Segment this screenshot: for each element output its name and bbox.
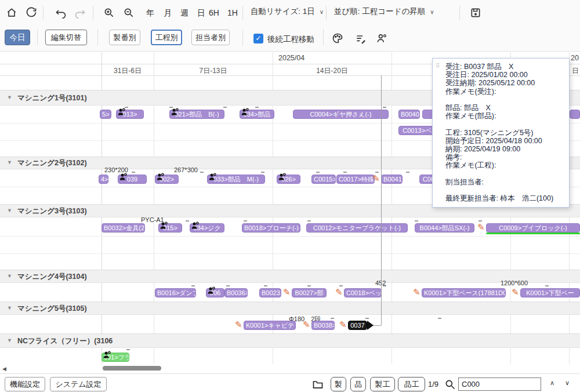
toolbar-separator bbox=[37, 29, 38, 45]
redo-icon[interactable] bbox=[74, 8, 86, 19]
collapse-triangle-icon[interactable]: ▼ bbox=[7, 273, 12, 279]
edit-pencil-icon[interactable]: ✎ bbox=[413, 287, 420, 297]
filter-button-2[interactable]: 品 bbox=[350, 377, 366, 391]
task-bar[interactable]: C0018>ベッ bbox=[344, 288, 382, 297]
tooltip-line: 作業メモ(工程): bbox=[445, 161, 564, 169]
task-bar[interactable]: 0037 bbox=[348, 321, 367, 330]
collapse-triangle-icon[interactable]: ▼ bbox=[7, 305, 12, 311]
task-bar[interactable] bbox=[570, 110, 580, 119]
edit-pencil-icon[interactable]: ✎ bbox=[372, 173, 380, 184]
task-bar[interactable]: 013> bbox=[116, 110, 144, 119]
refresh-icon[interactable] bbox=[26, 7, 37, 19]
task-bar[interactable]: 021>部品 B(-) bbox=[169, 110, 224, 119]
resource-group-header[interactable]: ▼マシニング5号(3105) bbox=[0, 302, 580, 315]
resource-group-header[interactable]: ▼マシニング4号(3104) bbox=[0, 270, 580, 283]
tooltip-line bbox=[445, 96, 564, 104]
task-bar[interactable]: K0001>下型ベース(17881D02 bbox=[422, 288, 506, 297]
edit-toggle-button[interactable]: 編集切替 bbox=[45, 30, 87, 45]
collapse-triangle-icon[interactable]: ▼ bbox=[7, 208, 12, 213]
collapse-triangle-icon[interactable]: ▼ bbox=[7, 337, 12, 343]
search-prev-icon[interactable]: ∧ bbox=[550, 379, 554, 387]
view-mode-button-2[interactable]: 工程別 bbox=[151, 30, 182, 45]
time-scale-button-年[interactable]: 年 bbox=[143, 7, 158, 19]
search-input[interactable] bbox=[458, 378, 541, 391]
today-button[interactable]: 今日 bbox=[5, 30, 30, 45]
scrollbar-thumb[interactable] bbox=[103, 366, 161, 371]
task-bar[interactable]: C0004>ギヤ押さえ(-) bbox=[293, 110, 389, 119]
task-bar-label: B0032>金具(2 bbox=[104, 224, 144, 231]
task-bar[interactable]: 015> bbox=[158, 223, 182, 233]
task-bar[interactable]: C0012>モニターブラケット(-) bbox=[306, 223, 408, 233]
time-scale-button-6H[interactable]: 6H bbox=[206, 7, 222, 19]
task-bar[interactable]: B0018>ブローチ(-) bbox=[242, 223, 300, 233]
task-bar[interactable]: 002> bbox=[155, 175, 179, 184]
task-bar[interactable]: B0038> bbox=[311, 321, 335, 330]
resource-group-header[interactable]: ▼NCフライス（フリー）(3106 bbox=[0, 333, 580, 348]
edit-pencil-icon[interactable]: ✎ bbox=[283, 287, 291, 297]
task-bar[interactable]: B0032>金具(2 bbox=[102, 223, 145, 233]
search-icon[interactable] bbox=[444, 379, 456, 390]
task-bar-label: B0041> bbox=[383, 176, 403, 183]
time-scale-button-週[interactable]: 週 bbox=[177, 7, 192, 19]
system-settings-button[interactable]: システム設定 bbox=[50, 377, 107, 391]
function-settings-button[interactable]: 機能設定 bbox=[5, 377, 45, 391]
zoom-in-icon[interactable] bbox=[103, 7, 115, 19]
task-bar[interactable]: 4> bbox=[99, 175, 108, 184]
task-bar[interactable]: C0015> bbox=[311, 175, 336, 184]
task-bar[interactable]: 001>フラ bbox=[102, 353, 129, 362]
sort-order-dropdown[interactable]: 並び順: 工程コードの昇順∨ bbox=[334, 6, 434, 17]
scroll-left-arrow-icon[interactable]: ◀ bbox=[2, 366, 6, 372]
search-next-icon[interactable]: ∨ bbox=[565, 379, 570, 387]
drag-handle-icon[interactable]: ⠿ bbox=[436, 63, 440, 68]
collapse-triangle-icon[interactable]: ▼ bbox=[7, 159, 12, 165]
undo-icon[interactable] bbox=[55, 8, 67, 19]
task-bar[interactable]: C0009>ブイブロック(-) bbox=[486, 223, 580, 233]
view-mode-button-3[interactable]: 担当者別 bbox=[191, 30, 230, 45]
horizontal-scrollbar[interactable]: ◀ bbox=[0, 364, 580, 373]
task-bar[interactable]: B0023> bbox=[259, 288, 281, 297]
palette-icon[interactable] bbox=[332, 32, 343, 44]
edit-pencil-icon[interactable]: ✎ bbox=[339, 320, 347, 330]
deadline-tick-marker bbox=[169, 107, 173, 108]
filter-button-4[interactable]: 品工 bbox=[398, 377, 425, 391]
edit-pencil-icon[interactable]: ✎ bbox=[235, 320, 242, 330]
task-bar[interactable]: B0041> bbox=[381, 175, 403, 184]
task-bar[interactable]: B0036> bbox=[224, 288, 248, 297]
edit-pencil-icon[interactable]: ✎ bbox=[335, 287, 343, 297]
view-mode-button-1[interactable]: 製番別 bbox=[109, 30, 140, 45]
task-bar[interactable]: 033>部品 M(-) bbox=[207, 175, 265, 184]
collapse-triangle-icon[interactable]: ▼ bbox=[7, 95, 12, 100]
task-bar-label: B0016>ダンプ bbox=[157, 289, 196, 296]
deadline-tick-marker bbox=[244, 220, 247, 222]
task-bar[interactable]: 039 bbox=[118, 175, 147, 184]
task-bar[interactable]: K0001>下型ベー bbox=[520, 288, 580, 297]
task-bar[interactable]: B0040> bbox=[398, 110, 420, 119]
time-scale-button-月[interactable]: 月 bbox=[160, 7, 175, 19]
task-bar[interactable]: B0016>ダンプ bbox=[155, 288, 196, 297]
task-bar[interactable]: K0001>キャビティ bbox=[244, 321, 296, 330]
save-icon[interactable] bbox=[470, 7, 481, 19]
successor-move-checkbox[interactable]: ✓ bbox=[253, 34, 263, 43]
task-bar[interactable]: 034>部品 bbox=[240, 110, 274, 119]
edit-pencil-icon[interactable]: ✎ bbox=[477, 222, 485, 233]
task-bar[interactable]: B0044>部品SX(-) bbox=[415, 223, 474, 233]
time-scale-button-1H[interactable]: 1H bbox=[225, 7, 240, 19]
task-bar[interactable]: C0017>特殊部 bbox=[336, 175, 375, 184]
filter-button-3[interactable]: 製工 bbox=[370, 377, 395, 391]
auto-resize-dropdown[interactable]: 自動リサイズ: 1日∨ bbox=[251, 6, 324, 17]
task-bar[interactable]: B0027>部 bbox=[292, 288, 327, 297]
task-bar[interactable]: 5> bbox=[100, 110, 111, 119]
edit-pencil-icon[interactable]: ✎ bbox=[512, 287, 519, 297]
task-bar[interactable]: 006 bbox=[206, 288, 224, 297]
zoom-out-icon[interactable] bbox=[123, 7, 135, 19]
task-bar[interactable]: 026> bbox=[277, 175, 300, 184]
folder-icon[interactable] bbox=[312, 379, 324, 390]
person-gear-icon[interactable] bbox=[376, 32, 387, 44]
task-bar-label: C0015> bbox=[314, 176, 336, 183]
task-bar-label: 034>部品 bbox=[244, 111, 271, 118]
list-edit-icon[interactable] bbox=[355, 33, 367, 45]
filter-button-1[interactable]: 製 bbox=[331, 377, 346, 391]
task-bar[interactable]: 034>ジク bbox=[190, 223, 224, 233]
home-icon[interactable] bbox=[6, 7, 17, 19]
edit-pencil-icon[interactable]: ✎ bbox=[303, 320, 310, 330]
